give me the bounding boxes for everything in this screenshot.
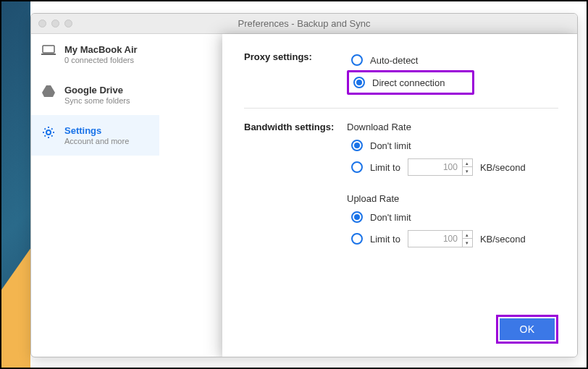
chevron-down-icon[interactable]: ▾ xyxy=(463,239,472,247)
svg-rect-1 xyxy=(41,54,56,55)
upload-limit-input[interactable]: 100 ▴ ▾ xyxy=(408,230,473,247)
sidebar-item-label: Google Drive xyxy=(64,85,130,96)
upload-limit-label[interactable]: Limit to xyxy=(370,234,400,245)
radio-icon xyxy=(351,211,363,223)
download-limit-label[interactable]: Limit to xyxy=(370,162,400,173)
gear-icon xyxy=(41,126,56,139)
sidebar-item-drive[interactable]: Google Drive Sync some folders xyxy=(31,75,159,115)
proxy-direct-connection[interactable]: Direct connection xyxy=(349,72,472,93)
radio-icon[interactable] xyxy=(351,161,363,173)
download-limit-value: 100 xyxy=(408,162,462,172)
bandwidth-section: Bandwidth settings: Download Rate Don't … xyxy=(244,120,558,250)
download-limit-input[interactable]: 100 ▴ ▾ xyxy=(408,158,473,176)
radio-label: Direct connection xyxy=(372,77,445,88)
stepper[interactable]: ▴ ▾ xyxy=(462,159,472,175)
chevron-up-icon[interactable]: ▴ xyxy=(463,159,472,167)
download-dont-limit[interactable]: Don't limit xyxy=(347,135,558,156)
sidebar: My MacBook Air 0 connected folders Googl… xyxy=(31,34,160,357)
upload-limit-value: 100 xyxy=(408,234,462,244)
sidebar-item-device[interactable]: My MacBook Air 0 connected folders xyxy=(31,34,159,75)
svg-rect-0 xyxy=(43,46,54,53)
annotation-highlight: OK xyxy=(496,315,558,344)
settings-panel: Proxy settings: Auto-detect Direct conne… xyxy=(222,34,577,357)
sidebar-item-settings[interactable]: Settings Account and more xyxy=(31,115,159,156)
sidebar-item-label: My MacBook Air xyxy=(64,44,138,55)
window-titlebar: Preferences - Backup and Sync xyxy=(31,14,577,34)
preferences-window: Preferences - Backup and Sync My MacBook… xyxy=(30,13,578,357)
upload-rate-heading: Upload Rate xyxy=(347,193,558,204)
radio-label: Don't limit xyxy=(370,140,411,151)
radio-icon xyxy=(351,140,363,151)
chevron-down-icon[interactable]: ▾ xyxy=(463,167,472,175)
download-rate-heading: Download Rate xyxy=(347,122,558,132)
window-title: Preferences - Backup and Sync xyxy=(31,18,577,29)
desktop-wallpaper xyxy=(1,1,30,368)
radio-label: Auto-detect xyxy=(370,55,419,66)
sidebar-item-sub: Sync some folders xyxy=(64,96,130,105)
radio-label: Don't limit xyxy=(370,212,411,223)
section-divider xyxy=(244,108,558,109)
radio-icon xyxy=(351,54,363,66)
radio-icon xyxy=(353,77,365,88)
upload-limit-unit: KB/second xyxy=(480,234,526,245)
proxy-section: Proxy settings: Auto-detect Direct conne… xyxy=(244,50,558,95)
download-limit-unit: KB/second xyxy=(480,162,526,173)
proxy-auto-detect[interactable]: Auto-detect xyxy=(347,50,558,70)
sidebar-item-sub: 0 connected folders xyxy=(64,56,138,64)
sidebar-item-sub: Account and more xyxy=(64,137,129,145)
annotation-highlight: Direct connection xyxy=(347,70,474,95)
radio-icon[interactable] xyxy=(351,233,363,245)
upload-dont-limit[interactable]: Don't limit xyxy=(347,207,558,227)
svg-point-2 xyxy=(46,130,51,135)
sidebar-item-label: Settings xyxy=(64,125,129,136)
drive-icon xyxy=(41,85,56,97)
proxy-section-label: Proxy settings: xyxy=(244,50,347,62)
laptop-icon xyxy=(41,45,56,55)
ok-button[interactable]: OK xyxy=(500,318,555,340)
chevron-up-icon[interactable]: ▴ xyxy=(463,231,472,239)
stepper[interactable]: ▴ ▾ xyxy=(462,231,472,247)
bandwidth-section-label: Bandwidth settings: xyxy=(244,120,347,132)
